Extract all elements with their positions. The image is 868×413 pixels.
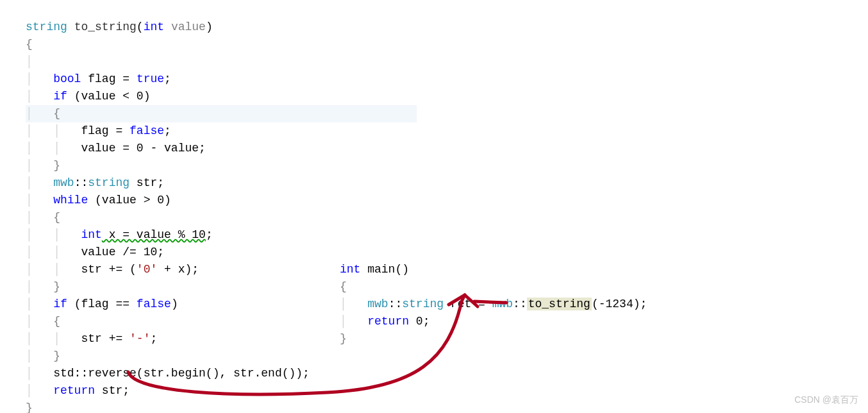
brace: { (53, 107, 60, 120)
stmt-squiggle: x = value % 10 (102, 228, 206, 241)
type: string (402, 298, 444, 310)
brace: { (53, 211, 60, 224)
return-type: string (26, 21, 67, 33)
stmt: str += ( (81, 263, 136, 276)
right-code-block: int main() { │ mwb::string ret = mwb::to… (340, 244, 647, 348)
call-highlight: to_string (527, 298, 592, 310)
var: flag (88, 72, 115, 85)
kw-return: return (53, 384, 95, 397)
watermark: CSDN @袁百万 (794, 393, 858, 407)
brace: } (53, 159, 60, 172)
namespace: mwb (367, 298, 388, 310)
func-name: to_string (74, 21, 137, 33)
param-type: int (144, 21, 164, 33)
var: ret = (444, 298, 492, 310)
brace: { (26, 38, 33, 51)
namespace: mwb (53, 176, 74, 189)
cond: (value > 0) (88, 194, 171, 206)
kw-while: while (53, 194, 88, 206)
brace: } (53, 280, 60, 293)
stmt: std::reverse(str.begin(), str.end()); (53, 367, 310, 380)
brace: { (340, 280, 347, 293)
stmt: value /= 10; (81, 246, 164, 258)
brace: { (53, 315, 60, 328)
kw-int: int (81, 228, 101, 241)
call-args: (-1234); (592, 298, 647, 310)
func-name: main() (360, 263, 409, 276)
ret-val: 0; (409, 315, 430, 328)
var: flag (81, 124, 108, 137)
namespace: mwb (492, 298, 513, 310)
ret-val: str; (95, 384, 129, 397)
kw-bool: bool (53, 72, 81, 85)
bool-val: false (129, 124, 164, 137)
cond: (value < 0) (67, 90, 151, 103)
bool-val: true (137, 72, 164, 85)
brace: } (26, 401, 33, 413)
cond: (flag == (67, 298, 137, 310)
param-name: value (171, 21, 206, 33)
stmt: value = 0 - value; (81, 142, 205, 155)
kw-int: int (340, 263, 360, 276)
char-literal: '-' (129, 332, 150, 345)
left-code-block: string to_string(int value) { │ │ bool f… (26, 1, 417, 413)
var: str; (129, 176, 164, 189)
brace: } (53, 350, 60, 362)
char-literal: '0' (137, 263, 157, 276)
kw-if: if (53, 90, 67, 103)
stmt: str += (81, 332, 129, 345)
type: string (88, 176, 129, 189)
bool-val: false (137, 298, 171, 310)
brace: } (340, 332, 347, 345)
kw-return: return (367, 315, 409, 328)
kw-if: if (53, 298, 67, 310)
